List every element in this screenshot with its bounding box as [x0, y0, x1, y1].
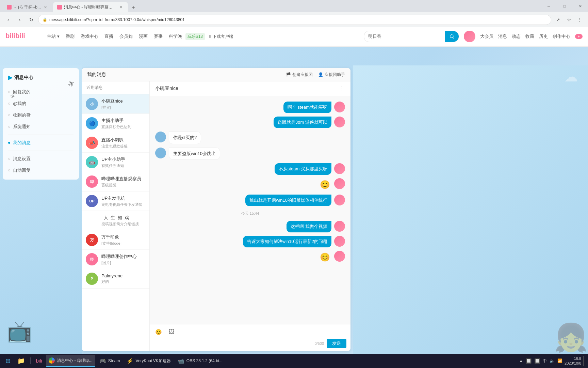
contact-item-8[interactable]: 万 万千印象 [支持][doge]	[82, 230, 149, 250]
nav-mall[interactable]: 会员购	[117, 32, 135, 41]
tray-network[interactable]: 📶	[557, 358, 562, 363]
browser-tab-2[interactable]: 消息中心 - 哔哩哔哩弹幕视频网 ✕	[53, 2, 128, 12]
user-avatar[interactable]	[464, 31, 475, 42]
tray-lang[interactable]: 中	[543, 358, 547, 364]
sidebar-dot-1	[8, 91, 10, 93]
fan-group-assistant[interactable]: 👤 应援团助手	[318, 72, 345, 78]
contact-item-3[interactable]: 📣 直播小喇叭 流量包退款提醒	[82, 133, 149, 153]
back-button[interactable]: ‹	[3, 15, 13, 25]
nav-create[interactable]: 创作中心	[553, 33, 570, 40]
close-button[interactable]: ✕	[572, 1, 588, 11]
msg-bubble-9: 告诉大家如何解决win10运行最新2的问题	[243, 236, 331, 247]
sidebar-item-shoudan[interactable]: 收到的赞	[3, 109, 79, 121]
left-area: 📺 ✈ ✈ ▶ 消息中心 回复我的	[0, 65, 82, 354]
contact-item-5[interactable]: 哔 哔哩哔哩直播观察员 晋级提醒	[82, 172, 149, 191]
contact-preview-3: 流量包退款提醒	[101, 144, 145, 149]
create-fan-group[interactable]: 🏴 创建应援团	[286, 72, 313, 78]
contact-name-5: 哔哩哔哩直播观察员	[101, 176, 145, 182]
nav-message[interactable]: 消息	[498, 33, 507, 40]
contact-info-1: 小碗豆nice [捏贺]	[101, 98, 145, 110]
chat-input-field[interactable]	[154, 339, 312, 348]
address-bar[interactable]: 🔒 message.bilibili.com/?spm_id_from=333.…	[38, 15, 551, 25]
right-decoration: ☁ 👧	[353, 65, 588, 354]
new-tab-button[interactable]: +	[129, 3, 138, 12]
taskbar-steam[interactable]: 🎮 Steam	[97, 355, 123, 367]
chrome-icon	[49, 357, 55, 364]
taskbar-chrome[interactable]: 消息中心 - 哔哩哔...	[46, 355, 95, 367]
nav-special[interactable]: 玩乐S13	[185, 33, 205, 40]
search-button[interactable]	[445, 31, 459, 42]
nav-anime[interactable]: 番剧	[63, 32, 77, 41]
contact-item-4[interactable]: 🤖 UP主小助手 有奖任务通知	[82, 153, 149, 172]
browser-tab-1[interactable]: '-' )ろ 千杯--b... ✕	[3, 2, 52, 12]
contact-item-10[interactable]: P Palmyrene 好的	[82, 269, 149, 289]
nav-game[interactable]: 游戏中心	[78, 32, 101, 41]
send-button[interactable]: 发送	[327, 339, 346, 348]
sidebar-item-zidong[interactable]: 自动回复	[3, 165, 79, 176]
emoji-icon: 😊	[155, 329, 162, 335]
tray-volume[interactable]: 🔈	[550, 358, 555, 363]
sidebar-item-shezhi[interactable]: 消息设置	[3, 153, 79, 165]
tab-close-2[interactable]: ✕	[118, 4, 124, 10]
search-input[interactable]	[364, 32, 445, 41]
chrome-label: 消息中心 - 哔哩哔...	[57, 358, 93, 364]
contact-preview-2: 直播间积分已达到	[101, 124, 145, 129]
msg-bubble-7: 跳出就是开启win10的旧版媒体相伴统行	[245, 195, 331, 206]
refresh-button[interactable]: ↻	[27, 15, 36, 25]
emoji-button[interactable]: 😊	[154, 327, 163, 337]
nav-vip[interactable]: 大会员	[480, 33, 493, 40]
nav-main[interactable]: 主站 ▾	[44, 32, 62, 41]
taskbar-verykuai[interactable]: ⚡ VeryKuai VK加速器	[124, 355, 173, 367]
nav-manga[interactable]: 漫画	[136, 32, 150, 41]
taskbar-bilibili[interactable]: bili	[33, 355, 45, 367]
sidebar-item-xitong[interactable]: 系统通知	[3, 121, 79, 133]
menu-button[interactable]: ⋮	[575, 15, 585, 25]
msg-bubble-6: 😊	[318, 178, 331, 191]
chat-input-area: 😊 🖼 0/500 发送	[150, 324, 350, 351]
tray-icon-1[interactable]: ▲	[519, 358, 523, 363]
browser-frame: '-' )ろ 千杯--b... ✕ 消息中心 - 哔哩哔哩弹幕视频网 ✕ + ─…	[0, 0, 588, 368]
bookmark-button[interactable]: ☆	[564, 15, 574, 25]
tab-close-1[interactable]: ✕	[43, 4, 48, 10]
taskbar-file-explorer[interactable]: 📁	[15, 355, 28, 367]
more-options-button[interactable]: ⋮	[339, 85, 345, 92]
nav-plus-badge[interactable]: +	[575, 34, 583, 39]
share-button[interactable]: ↗	[553, 15, 563, 25]
user-actions: 大会员 消息 动态 收藏 历史 创作中心 +	[464, 31, 583, 42]
contact-item-2[interactable]: 🔵 主播小助手 直播间积分已达到	[82, 114, 149, 133]
nav-science[interactable]: 科学晚	[166, 32, 185, 41]
sidebar-dot-3	[8, 114, 10, 116]
nav-history[interactable]: 历史	[539, 33, 548, 40]
show-desktop-button[interactable]	[583, 356, 585, 366]
contact-info-8: 万千印象 [支持][doge]	[101, 234, 145, 246]
contact-preview-8: [支持][doge]	[101, 241, 145, 246]
chat-messages: 啊？ steam就能买呀 盗版就是3dm 游侠就可以	[150, 96, 350, 324]
contact-item-9[interactable]: 哔 哔哩哔哩创作中心 [图片]	[82, 250, 149, 269]
image-button[interactable]: 🖼	[167, 327, 176, 337]
contact-item-6[interactable]: UP UP主发电机 充电专视频任务下发通知	[82, 191, 149, 211]
sidebar-label-5: 我的消息	[13, 140, 31, 146]
sidebar-item-wode[interactable]: 我的消息	[3, 137, 79, 149]
forward-button[interactable]: ›	[15, 15, 24, 25]
nav-download[interactable]: ⬇ 下载客户端	[206, 32, 236, 41]
contact-item-7[interactable]: 人 _人_生_如_戏_ 投稿视频简介介绍链接	[82, 211, 149, 230]
taskbar-obs[interactable]: 📹 OBS 28.1.2 (64-bi...	[175, 355, 225, 367]
minimize-button[interactable]: ─	[541, 1, 557, 11]
contact-item-1[interactable]: 小 小碗豆nice [捏贺]	[82, 94, 149, 114]
nav-favorite[interactable]: 收藏	[525, 33, 534, 40]
page-body: bilibili 主站 ▾ 番剧 游戏中心 直播 会员购 漫画 赛事 科学晚 玩…	[0, 27, 588, 354]
msg-avatar-8	[334, 221, 345, 232]
nav-live[interactable]: 直播	[102, 32, 116, 41]
tab-favicon-2	[57, 5, 62, 10]
person-icon: 👤	[318, 72, 323, 77]
time-divider: 今天 15:44	[155, 211, 345, 216]
contact-info-4: UP主小助手 有奖任务通知	[101, 156, 145, 168]
tray-icon-3[interactable]: 🔲	[534, 358, 540, 364]
nav-dynamic[interactable]: 动态	[512, 33, 521, 40]
start-button[interactable]: ⊞	[3, 355, 13, 367]
maximize-button[interactable]: □	[557, 1, 572, 11]
msg-bubble-5: 不从steam 买从那里买呀	[275, 163, 331, 175]
nav-esports[interactable]: 赛事	[151, 32, 165, 41]
tray-icon-2[interactable]: 🔲	[526, 358, 532, 364]
avatar-4: 🤖	[86, 156, 98, 168]
